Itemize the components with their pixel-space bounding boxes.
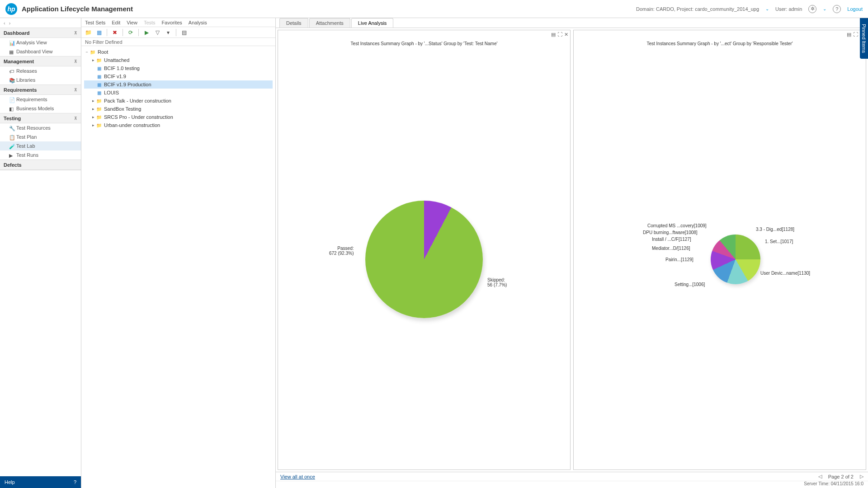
chart-tool-icon[interactable]: ▤ bbox=[847, 32, 851, 38]
chart-title-1: Test Instances Summary Graph - by '...St… bbox=[278, 38, 570, 49]
tree-root[interactable]: −📁Root bbox=[84, 48, 273, 56]
pager: ◁ Page 2 of 2 ▷ bbox=[818, 474, 863, 479]
tree-node-packtalk[interactable]: ▸📁Pack Talk - Under construction bbox=[84, 97, 273, 105]
release-icon: 🏷 bbox=[9, 69, 14, 73]
pinned-items-tab[interactable]: Pinned Items bbox=[860, 18, 868, 59]
tree-node-bcif19-production[interactable]: ▦BCIF v1.9 Production bbox=[84, 80, 273, 89]
folder-icon: 📁 bbox=[90, 49, 96, 55]
sidebar-item-test-plan[interactable]: 📋Test Plan bbox=[0, 132, 81, 141]
sidebar-section-requirements: Requirements⊼ 📄Requirements ◧Business Mo… bbox=[0, 85, 81, 113]
sidebar-item-libraries[interactable]: 📚Libraries bbox=[0, 75, 81, 84]
app-root: hp Application Lifecycle Management Doma… bbox=[0, 0, 868, 488]
tree-node-sandbox[interactable]: ▸📁SandBox Testing bbox=[84, 105, 273, 113]
sidebar-header-management[interactable]: Management⊼ bbox=[0, 56, 81, 66]
header-right: Domain: CARDO, Project: cardo_community_… bbox=[636, 5, 863, 13]
menu-test-sets[interactable]: Test Sets bbox=[85, 20, 105, 25]
chart-toolbar: ▤ ⛶ ✕ bbox=[574, 30, 866, 38]
slice-label: User Devic...name[1130] bbox=[760, 271, 810, 276]
nav-back-icon[interactable]: ‹ bbox=[4, 20, 5, 26]
testset-icon: ▦ bbox=[96, 90, 102, 95]
tree-node-urban[interactable]: ▸📁Urban-under construction bbox=[84, 121, 273, 129]
folder-icon: 📁 bbox=[96, 114, 102, 120]
tree-node-bcif10[interactable]: ▦BCIF 1.0 testing bbox=[84, 64, 273, 72]
gear-dropdown-icon[interactable]: ⌄ bbox=[823, 6, 826, 11]
tree-node-srcs[interactable]: ▸📁SRCS Pro - Under construction bbox=[84, 113, 273, 121]
folder-icon: 📁 bbox=[96, 106, 102, 112]
pin-icon[interactable]: ⊼ bbox=[74, 59, 77, 64]
chart-close-icon[interactable]: ✕ bbox=[564, 32, 568, 38]
charts-footer: View all at once ◁ Page 2 of 2 ▷ bbox=[276, 472, 868, 481]
collapse-icon[interactable]: − bbox=[84, 50, 90, 54]
sidebar-section-testing: Testing⊼ 🔧Test Resources 📋Test Plan 🧪Tes… bbox=[0, 113, 81, 160]
server-time: Server Time: 04/11/2015 16:0 bbox=[276, 481, 868, 488]
refresh-button[interactable]: ⟳ bbox=[127, 28, 135, 37]
grid-button[interactable]: ▤ bbox=[180, 28, 188, 37]
tree-node-unattached[interactable]: ▸📁Unattached bbox=[84, 56, 273, 64]
tab-live-analysis[interactable]: Live Analysis bbox=[351, 18, 394, 28]
sidebar-item-test-runs[interactable]: ▶Test Runs bbox=[0, 150, 81, 160]
filter-button[interactable]: ▽ bbox=[153, 28, 161, 37]
help-bar[interactable]: Help? bbox=[0, 476, 81, 488]
pin-icon[interactable]: ⊼ bbox=[74, 88, 77, 92]
tree-panel: Test Sets Edit View Tests Favorites Anal… bbox=[81, 18, 276, 488]
sidebar-header-requirements[interactable]: Requirements⊼ bbox=[0, 85, 81, 95]
delete-button[interactable]: ✖ bbox=[111, 28, 119, 37]
sidebar-item-analysis-view[interactable]: 📊Analysis View bbox=[0, 38, 81, 47]
sidebar-header-dashboard[interactable]: Dashboard⊼ bbox=[0, 28, 81, 38]
page-prev-icon[interactable]: ◁ bbox=[818, 474, 822, 479]
pin-icon[interactable]: ⊼ bbox=[74, 31, 77, 35]
expand-icon[interactable]: ▸ bbox=[90, 107, 96, 111]
tree-node-bcif19[interactable]: ▦BCIF v1.9 bbox=[84, 72, 273, 80]
run-button[interactable]: ▶ bbox=[142, 28, 151, 37]
chevron-down-icon[interactable]: ▾ bbox=[164, 28, 172, 37]
separator bbox=[176, 29, 176, 36]
expand-icon[interactable]: ▸ bbox=[90, 58, 96, 62]
menu-analysis[interactable]: Analysis bbox=[189, 20, 207, 25]
page-label: Page 2 of 2 bbox=[828, 474, 854, 479]
page-next-icon[interactable]: ▷ bbox=[860, 474, 863, 479]
menu-favorites[interactable]: Favorites bbox=[162, 20, 182, 25]
tree: −📁Root ▸📁Unattached ▦BCIF 1.0 testing ▦B… bbox=[81, 46, 275, 488]
sidebar-header-testing[interactable]: Testing⊼ bbox=[0, 113, 81, 123]
content-area: Pinned Items Details Attachments Live An… bbox=[276, 18, 868, 488]
label-passed: Passed:672 (92.3%) bbox=[329, 246, 354, 256]
chart-body-1: Passed:672 (92.3%) Skipped:56 (7.7%) bbox=[278, 49, 570, 469]
sidebar-item-releases[interactable]: 🏷Releases bbox=[0, 66, 81, 75]
menu-view[interactable]: View bbox=[127, 20, 137, 25]
tree-node-louis[interactable]: ▦LOUIS bbox=[84, 89, 273, 97]
new-item-button[interactable]: ▦ bbox=[95, 28, 103, 37]
content-tabs: Details Attachments Live Analysis bbox=[276, 18, 868, 28]
new-folder-button[interactable]: 📁 bbox=[84, 28, 92, 37]
view-all-link[interactable]: View all at once bbox=[280, 474, 315, 479]
help-icon[interactable]: ? bbox=[833, 5, 841, 13]
slice-label: Corrupted MS ...covery[1009] bbox=[647, 223, 707, 228]
tab-details[interactable]: Details bbox=[279, 18, 308, 28]
slice-label: Setting...[1006] bbox=[675, 282, 705, 287]
sidebar-item-dashboard-view[interactable]: ▦Dashboard View bbox=[0, 47, 81, 56]
separator bbox=[107, 29, 107, 36]
menu-edit[interactable]: Edit bbox=[112, 20, 120, 25]
sidebar-item-business-models[interactable]: ◧Business Models bbox=[0, 104, 81, 113]
toolbar: 📁 ▦ ✖ ⟳ ▶ ▽ ▾ ▤ bbox=[81, 27, 275, 38]
folder-icon: 📁 bbox=[96, 57, 102, 63]
expand-icon[interactable]: ▸ bbox=[90, 123, 96, 127]
sidebar-item-requirements[interactable]: 📄Requirements bbox=[0, 95, 81, 104]
chart-tool-icon[interactable]: ▤ bbox=[551, 32, 556, 38]
expand-icon[interactable]: ▸ bbox=[90, 115, 96, 119]
sidebar-item-test-lab[interactable]: 🧪Test Lab bbox=[0, 141, 81, 150]
model-icon: ◧ bbox=[9, 106, 14, 111]
chart-title-2: Test Instances Summary Graph - by '...ec… bbox=[574, 38, 866, 49]
slice-label: Install / ...C/F[1127] bbox=[652, 237, 691, 242]
chart-maximize-icon[interactable]: ⛶ bbox=[853, 32, 858, 37]
sidebar-item-test-resources[interactable]: 🔧Test Resources bbox=[0, 123, 81, 132]
project-dropdown-icon[interactable]: ⌄ bbox=[765, 6, 769, 11]
sidebar-header-defects[interactable]: Defects bbox=[0, 160, 81, 170]
pin-icon[interactable]: ⊼ bbox=[74, 116, 77, 121]
testset-icon: ▦ bbox=[96, 74, 102, 79]
gear-icon[interactable]: ✲ bbox=[808, 5, 816, 13]
nav-forward-icon[interactable]: › bbox=[9, 20, 11, 26]
tab-attachments[interactable]: Attachments bbox=[309, 18, 350, 28]
logout-link[interactable]: Logout bbox=[847, 6, 863, 12]
expand-icon[interactable]: ▸ bbox=[90, 99, 96, 103]
chart-maximize-icon[interactable]: ⛶ bbox=[557, 32, 562, 37]
